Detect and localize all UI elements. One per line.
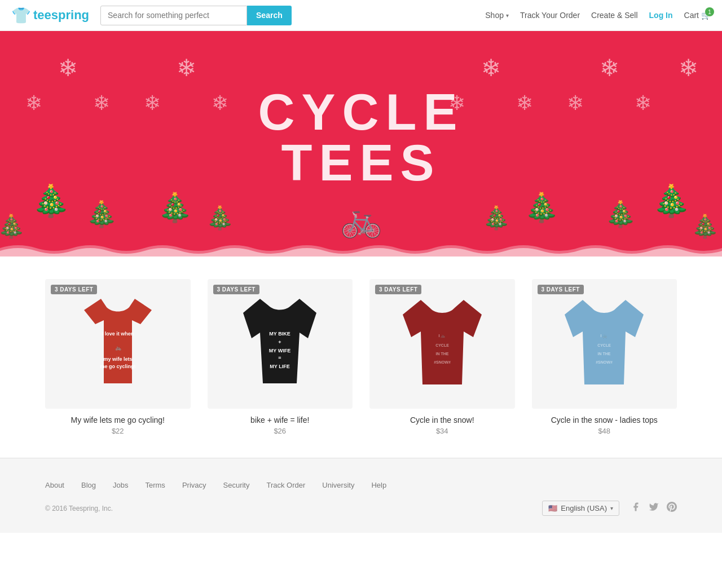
logo-link[interactable]: 👕 teespring (11, 6, 89, 25)
svg-text:🎄: 🎄 (524, 191, 560, 224)
footer-link-university[interactable]: University (322, 481, 354, 489)
shop-chevron-icon: ▾ (506, 12, 509, 19)
product-image: I love it when 🚲 my wife lets me go cycl… (73, 293, 163, 395)
svg-text:🚲: 🚲 (340, 200, 382, 240)
days-badge: 3 DAYS LEFT (375, 285, 421, 294)
svg-text:❄: ❄ (93, 92, 110, 114)
products-section: 3 DAYS LEFT I love it when 🚲 my wife let… (0, 257, 722, 458)
header: 👕 teespring Search Shop ▾ Track Your Ord… (0, 0, 722, 31)
svg-text:🚲: 🚲 (115, 344, 121, 351)
footer: About Blog Jobs Terms Privacy Security T… (0, 458, 722, 533)
search-button[interactable]: Search (247, 6, 292, 25)
footer-links: About Blog Jobs Terms Privacy Security T… (45, 481, 677, 489)
svg-text:#SNOW#: #SNOW# (434, 360, 451, 364)
product-image: I 🚲 CYCLE IN THE #SNOW# (559, 293, 649, 395)
svg-text:CYCLE: CYCLE (258, 84, 464, 140)
svg-text:CYCLE: CYCLE (435, 343, 449, 347)
svg-text:MY BIKE: MY BIKE (270, 331, 290, 337)
hero-svg: ❄ ❄ ❄ ❄ ❄ ❄ ❄ ❄ ❄ ❄ ❄ ❄ ❄ CYCLE TEES 🚲 🎄… (0, 31, 722, 257)
svg-text:🎄: 🎄 (32, 183, 71, 219)
pinterest-icon[interactable] (667, 502, 677, 515)
svg-text:I love it when: I love it when (102, 331, 134, 337)
twitter-icon[interactable] (649, 502, 659, 515)
svg-text:🎄: 🎄 (482, 204, 510, 231)
footer-link-about[interactable]: About (45, 481, 64, 489)
footer-link-privacy[interactable]: Privacy (182, 481, 206, 489)
svg-text:+: + (279, 339, 281, 345)
days-badge: 3 DAYS LEFT (51, 285, 97, 294)
product-title: My wife lets me go cycling! (45, 415, 191, 425)
product-image-wrap: 3 DAYS LEFT I 🚲 CYCLE IN THE #SNOW# (532, 279, 677, 409)
svg-text:MY WIFE: MY WIFE (269, 348, 290, 353)
nav-cart[interactable]: Cart 🛒 1 (684, 11, 711, 20)
flag-icon: 🇺🇸 (548, 504, 557, 512)
product-image: I 🚲 CYCLE IN THE #SNOW# (397, 293, 487, 395)
language-label: English (USA) (561, 504, 607, 512)
product-card[interactable]: 3 DAYS LEFT I love it when 🚲 my wife let… (45, 279, 191, 435)
svg-text:🎄: 🎄 (0, 213, 25, 240)
days-badge: 3 DAYS LEFT (538, 285, 584, 294)
social-icons (631, 502, 677, 515)
logo-text: teespring (33, 8, 89, 23)
svg-text:CYCLE: CYCLE (597, 343, 611, 347)
svg-text:IN THE: IN THE (435, 352, 448, 356)
product-card[interactable]: 3 DAYS LEFT I 🚲 CYCLE IN THE #SNOW# Cycl… (532, 279, 677, 435)
product-card[interactable]: 3 DAYS LEFT I 🚲 CYCLE IN THE #SNOW# Cycl… (369, 279, 515, 435)
footer-link-jobs[interactable]: Jobs (113, 481, 128, 489)
svg-text:❄: ❄ (600, 55, 619, 81)
main-nav: Shop ▾ Track Your Order Create & Sell Lo… (485, 11, 711, 20)
product-price: $48 (532, 427, 677, 435)
svg-text:#SNOW#: #SNOW# (596, 360, 613, 364)
svg-text:❄: ❄ (679, 55, 698, 81)
svg-text:🎄: 🎄 (86, 199, 118, 229)
nav-create[interactable]: Create & Sell (591, 11, 637, 20)
footer-right: 🇺🇸 English (USA) ▾ (542, 501, 677, 516)
product-price: $34 (369, 427, 515, 435)
footer-link-blog[interactable]: Blog (81, 481, 96, 489)
footer-link-track[interactable]: Track Order (266, 481, 305, 489)
copyright: © 2016 Teespring, Inc. (45, 505, 113, 512)
footer-bottom: © 2016 Teespring, Inc. 🇺🇸 English (USA) … (45, 501, 677, 516)
svg-text:my wife lets: my wife lets (103, 356, 132, 362)
footer-link-security[interactable]: Security (223, 481, 250, 489)
svg-text:❄: ❄ (25, 92, 42, 114)
hero-banner: ❄ ❄ ❄ ❄ ❄ ❄ ❄ ❄ ❄ ❄ ❄ ❄ ❄ CYCLE TEES 🚲 🎄… (0, 31, 722, 257)
product-image: MY BIKE + MY WIFE = MY LIFE (235, 293, 325, 395)
logo-icon: 👕 (11, 6, 31, 25)
svg-text:❄: ❄ (516, 92, 533, 114)
nav-shop[interactable]: Shop ▾ (485, 11, 509, 20)
products-grid: 3 DAYS LEFT I love it when 🚲 my wife let… (45, 279, 677, 435)
cart-icon-wrap: 🛒 1 (701, 11, 711, 20)
footer-link-terms[interactable]: Terms (145, 481, 165, 489)
svg-text:🎄: 🎄 (652, 183, 691, 219)
footer-link-help[interactable]: Help (371, 481, 386, 489)
svg-text:=: = (279, 355, 281, 361)
svg-text:🎄: 🎄 (691, 213, 719, 240)
product-image-wrap: 3 DAYS LEFT MY BIKE + MY WIFE = MY LIFE (208, 279, 353, 409)
svg-text:🎄: 🎄 (605, 199, 637, 229)
svg-text:🎄: 🎄 (157, 191, 193, 224)
svg-text:I 🚲: I 🚲 (438, 333, 446, 338)
nav-login[interactable]: Log In (649, 11, 673, 20)
product-image-wrap: 3 DAYS LEFT I love it when 🚲 my wife let… (45, 279, 191, 409)
product-image-wrap: 3 DAYS LEFT I 🚲 CYCLE IN THE #SNOW# (369, 279, 515, 409)
svg-text:TEES: TEES (281, 135, 441, 191)
svg-text:❄: ❄ (567, 92, 584, 114)
svg-text:❄: ❄ (481, 55, 501, 81)
product-title: bike + wife = life! (208, 415, 353, 425)
language-selector[interactable]: 🇺🇸 English (USA) ▾ (542, 501, 619, 516)
cart-label: Cart (684, 11, 699, 20)
svg-text:🎄: 🎄 (206, 204, 234, 231)
search-input[interactable] (100, 6, 247, 25)
product-card[interactable]: 3 DAYS LEFT MY BIKE + MY WIFE = MY LIFE … (208, 279, 353, 435)
svg-text:MY LIFE: MY LIFE (270, 364, 290, 369)
product-title: Cycle in the snow! (369, 415, 515, 425)
svg-text:❄: ❄ (144, 92, 161, 114)
days-badge: 3 DAYS LEFT (213, 285, 259, 294)
facebook-icon[interactable] (631, 502, 641, 515)
nav-track[interactable]: Track Your Order (520, 11, 580, 20)
svg-text:IN THE: IN THE (598, 352, 611, 356)
cart-badge: 1 (705, 7, 714, 16)
svg-text:❄: ❄ (177, 55, 196, 81)
product-title: Cycle in the snow - ladies tops (532, 415, 677, 425)
